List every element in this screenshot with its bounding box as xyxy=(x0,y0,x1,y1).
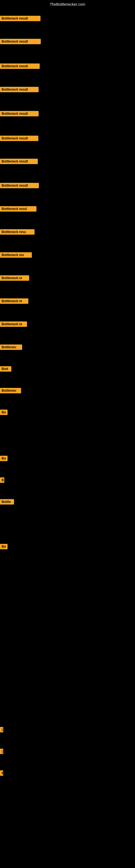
bottleneck-badge-9: Bottleneck resul xyxy=(0,206,37,212)
bottleneck-badge-13: Bottleneck re xyxy=(0,299,28,304)
bottleneck-badge-19: Bo xyxy=(0,456,8,461)
bottleneck-badge-4: Bottleneck result xyxy=(0,87,39,92)
bottleneck-badge-22: Bo xyxy=(0,544,8,549)
bottleneck-badge-6: Bottleneck result xyxy=(0,135,38,141)
bottleneck-badge-16: Bott xyxy=(0,366,11,372)
bottleneck-badge-25: E xyxy=(0,770,3,776)
bottleneck-badge-24: | xyxy=(0,749,3,754)
site-title: TheBottlenecker.com xyxy=(50,2,85,6)
bottleneck-badge-10: Bottleneck resu xyxy=(0,229,35,235)
bottleneck-badge-20: B xyxy=(0,477,4,483)
bottleneck-badge-3: Bottleneck result xyxy=(0,63,40,69)
bottleneck-badge-14: Bottleneck re xyxy=(0,321,27,327)
bottleneck-badge-12: Bottleneck re xyxy=(0,275,29,281)
bottleneck-badge-11: Bottleneck res xyxy=(0,252,32,258)
bottleneck-badge-5: Bottleneck result xyxy=(0,111,39,116)
bottleneck-badge-8: Bottleneck result xyxy=(0,183,39,188)
bottleneck-badge-1: Bottleneck result xyxy=(0,16,41,21)
bottleneck-badge-7: Bottleneck result xyxy=(0,159,38,164)
bottleneck-badge-15: Bottlenec xyxy=(0,344,22,350)
bottleneck-badge-17: Bottlenec xyxy=(0,388,21,393)
bottleneck-badge-2: Bottleneck result xyxy=(0,39,41,44)
bottleneck-badge-21: Bottle xyxy=(0,499,14,504)
bottleneck-badge-23: | xyxy=(0,727,3,733)
bottleneck-badge-18: Bo xyxy=(0,410,8,415)
